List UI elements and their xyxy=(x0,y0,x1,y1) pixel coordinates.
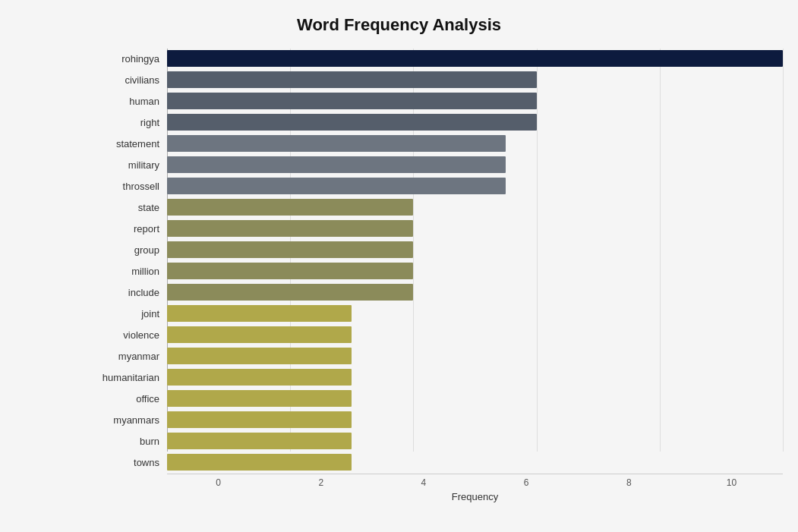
bar-row: towns xyxy=(167,452,783,472)
x-axis-label: Frequency xyxy=(167,491,783,502)
bar-label: towns xyxy=(91,457,167,468)
bar-label: military xyxy=(91,159,167,171)
bar-row: throssell xyxy=(167,176,783,196)
bar-row: violence xyxy=(167,325,783,345)
bar-row: office xyxy=(167,389,783,408)
bar-label: million xyxy=(91,266,167,277)
bar-fill xyxy=(167,241,413,258)
grid-line xyxy=(783,49,784,452)
bar-fill xyxy=(167,199,413,216)
bar-track xyxy=(167,178,783,194)
chart-container: Word Frequency Analysis rohingyacivilian… xyxy=(0,0,798,532)
bar-row: myanmars xyxy=(167,410,783,430)
bar-row: group xyxy=(167,240,783,260)
bars-container: rohingyacivilianshumanrightstatementmili… xyxy=(167,49,783,472)
x-tick-label: 8 xyxy=(578,477,680,488)
x-axis: 0246810 Frequency xyxy=(167,474,783,504)
bar-row: statement xyxy=(167,134,783,153)
bar-track xyxy=(167,390,783,407)
bar-fill xyxy=(167,263,413,279)
bar-label: state xyxy=(91,202,167,213)
bar-fill xyxy=(167,284,413,301)
x-tick-label: 2 xyxy=(270,477,372,488)
bar-track xyxy=(167,454,783,471)
x-tick-label: 10 xyxy=(680,477,783,488)
bar-row: humanitarian xyxy=(167,367,783,387)
bar-label: joint xyxy=(91,308,167,320)
bar-label: myanmar xyxy=(91,351,167,362)
bar-track xyxy=(167,284,783,301)
bar-fill xyxy=(167,178,506,194)
bar-row: military xyxy=(167,155,783,175)
bar-track xyxy=(167,241,783,258)
bar-row: burn xyxy=(167,431,783,451)
bar-row: joint xyxy=(167,304,783,323)
chart-title: Word Frequency Analysis xyxy=(15,15,783,35)
bar-fill xyxy=(167,220,413,237)
bar-track xyxy=(167,433,783,449)
bar-label: myanmars xyxy=(91,414,167,426)
bar-label: rohingya xyxy=(91,53,167,65)
bar-track xyxy=(167,156,783,173)
x-tick-label: 0 xyxy=(167,477,270,488)
bar-label: violence xyxy=(91,329,167,341)
bar-fill xyxy=(167,326,352,343)
bar-label: right xyxy=(91,117,167,128)
bar-track xyxy=(167,369,783,386)
bar-row: civilians xyxy=(167,70,783,90)
bar-track xyxy=(167,50,783,67)
bar-track xyxy=(167,305,783,322)
bar-label: office xyxy=(91,393,167,405)
bar-track xyxy=(167,411,783,428)
bar-track xyxy=(167,348,783,364)
bar-track xyxy=(167,326,783,343)
x-tick-label: 4 xyxy=(372,477,475,488)
bar-label: human xyxy=(91,96,167,107)
bar-label: burn xyxy=(91,436,167,447)
bar-fill xyxy=(167,93,537,109)
bar-track xyxy=(167,199,783,216)
bar-fill xyxy=(167,369,352,386)
bar-fill xyxy=(167,390,352,407)
bar-fill xyxy=(167,433,352,449)
bar-fill xyxy=(167,348,352,364)
bar-row: include xyxy=(167,282,783,302)
x-ticks: 0246810 xyxy=(167,474,783,488)
bar-fill xyxy=(167,135,506,152)
bar-label: throssell xyxy=(91,181,167,192)
bar-label: report xyxy=(91,223,167,235)
bar-fill xyxy=(167,156,506,173)
bar-label: humanitarian xyxy=(91,372,167,383)
bar-fill xyxy=(167,411,352,428)
bar-track xyxy=(167,114,783,131)
bar-track xyxy=(167,220,783,237)
bar-row: myanmar xyxy=(167,346,783,366)
bar-row: rohingya xyxy=(167,49,783,68)
bar-label: statement xyxy=(91,138,167,150)
bar-label: civilians xyxy=(91,74,167,86)
bar-fill xyxy=(167,71,537,88)
bar-row: state xyxy=(167,197,783,217)
bar-track xyxy=(167,71,783,88)
bar-fill xyxy=(167,454,352,471)
bar-track xyxy=(167,263,783,279)
x-tick-label: 6 xyxy=(475,477,578,488)
bar-row: report xyxy=(167,219,783,238)
bar-fill xyxy=(167,114,537,131)
bar-row: million xyxy=(167,261,783,281)
bar-fill xyxy=(167,305,352,322)
bar-track xyxy=(167,93,783,109)
bar-track xyxy=(167,135,783,152)
bar-label: include xyxy=(91,287,167,298)
bar-label: group xyxy=(91,244,167,256)
bar-row: human xyxy=(167,91,783,111)
bar-row: right xyxy=(167,112,783,132)
bar-fill xyxy=(167,50,783,67)
